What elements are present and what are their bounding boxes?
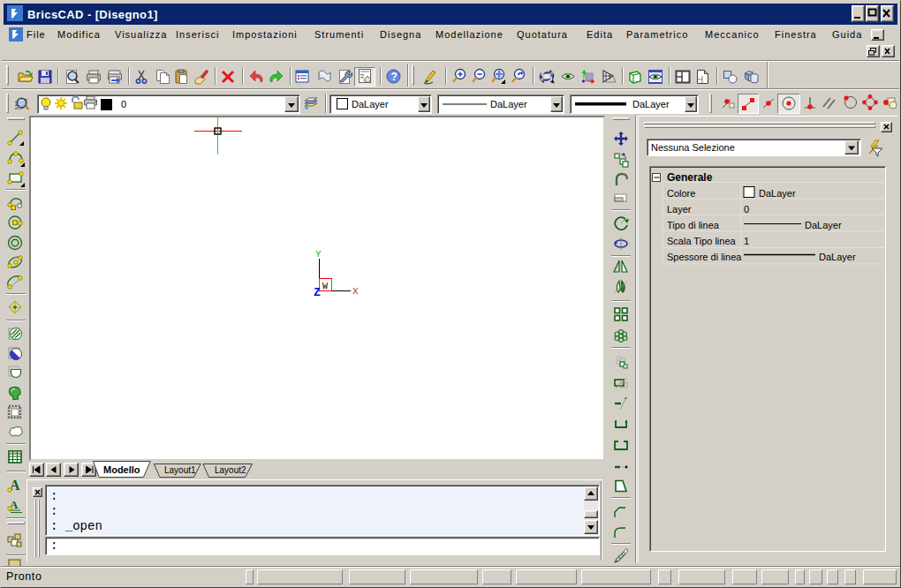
svg-text:Generale: Generale: [667, 171, 713, 184]
svg-text:1: 1: [744, 236, 749, 246]
svg-text:Layout2: Layout2: [215, 465, 246, 475]
svg-text:Scala Tipo linea: Scala Tipo linea: [667, 236, 737, 246]
svg-text:Tipo di linea: Tipo di linea: [667, 220, 720, 230]
svg-text:DaLayer: DaLayer: [805, 220, 842, 230]
svg-text:Layer: Layer: [667, 204, 692, 215]
svg-text:Modello: Modello: [103, 464, 140, 475]
svg-text:Spessore di linea: Spessore di linea: [667, 252, 742, 262]
svg-text:DaLayer: DaLayer: [759, 188, 796, 199]
svg-text:DaLayer: DaLayer: [819, 252, 856, 262]
svg-text:Z: Z: [314, 286, 321, 299]
svg-text:?: ?: [391, 71, 398, 83]
svg-text:Layout1: Layout1: [164, 465, 196, 475]
svg-text:X: X: [352, 286, 359, 297]
svg-text:W: W: [322, 282, 328, 291]
svg-text:0: 0: [744, 204, 749, 215]
svg-text:Y: Y: [315, 249, 322, 260]
svg-text:Colore: Colore: [667, 188, 695, 199]
